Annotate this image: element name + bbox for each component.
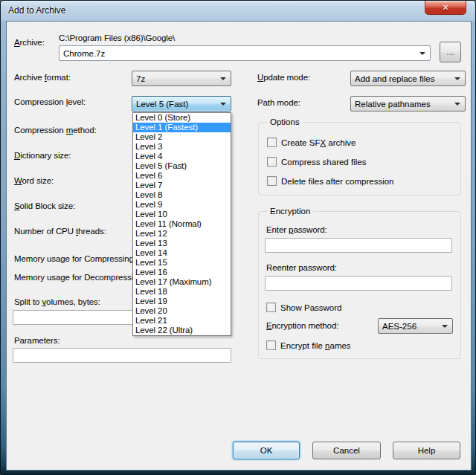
list-item[interactable]: Level 1 (Fastest) xyxy=(133,123,231,132)
archive-format-value: 7z xyxy=(136,74,145,83)
path-mode-value: Relative pathnames xyxy=(355,100,431,109)
add-to-archive-dialog: Add to Archive ✕ Archive: C:\Program Fil… xyxy=(0,0,476,475)
window-title: Add to Archive xyxy=(8,5,65,16)
list-item[interactable]: Level 20 xyxy=(133,306,231,316)
encryption-method-value: AES-256 xyxy=(382,322,416,331)
create-sfx-label: Create SFX archive xyxy=(281,138,356,147)
parameters-label: Parameters: xyxy=(14,336,60,345)
help-button[interactable]: Help xyxy=(393,442,460,459)
update-mode-value: Add and replace files xyxy=(355,74,434,83)
list-item[interactable]: Level 19 xyxy=(133,297,231,306)
encrypt-names-row[interactable]: Encrypt file names xyxy=(266,340,351,350)
ellipsis-icon: … xyxy=(446,48,454,56)
chevron-down-icon xyxy=(442,325,448,328)
memory-compress-label: Memory usage for Compressing: xyxy=(14,254,136,263)
list-item[interactable]: Level 17 (Maximum) xyxy=(133,277,231,287)
update-mode-combobox[interactable]: Add and replace files xyxy=(350,71,466,86)
close-icon: ✕ xyxy=(442,4,448,12)
compress-shared-label: Compress shared files xyxy=(281,158,366,167)
list-item[interactable]: Level 12 xyxy=(133,229,231,239)
list-item[interactable]: Level 6 xyxy=(133,171,231,181)
list-item[interactable]: Level 14 xyxy=(133,248,231,258)
archive-name-combobox[interactable]: Chrome.7z xyxy=(59,45,431,61)
cpu-threads-label: Number of CPU threads: xyxy=(14,227,106,236)
path-mode-combobox[interactable]: Relative pathnames xyxy=(350,96,466,112)
cancel-button[interactable]: Cancel xyxy=(312,442,381,459)
create-sfx-row[interactable]: Create SFX archive xyxy=(267,138,356,147)
chevron-down-icon xyxy=(220,103,226,106)
encrypt-names-label: Encrypt file names xyxy=(280,341,351,350)
chevron-down-icon xyxy=(454,77,460,80)
delete-after-checkbox[interactable] xyxy=(267,176,277,186)
chevron-down-icon xyxy=(220,77,226,80)
close-button[interactable]: ✕ xyxy=(425,1,466,15)
archive-label: Archive: xyxy=(14,38,45,47)
path-mode-label: Path mode: xyxy=(257,98,300,107)
list-item[interactable]: Level 5 (Fast) xyxy=(133,161,231,171)
show-password-label: Show Password xyxy=(280,303,341,312)
list-item[interactable]: Level 15 xyxy=(133,258,231,268)
options-group-title: Options xyxy=(267,117,303,126)
list-item[interactable]: Level 16 xyxy=(133,268,231,277)
enter-password-input[interactable] xyxy=(265,238,452,253)
list-item[interactable]: Level 8 xyxy=(133,190,231,200)
ok-button[interactable]: OK xyxy=(233,442,300,459)
show-password-row[interactable]: Show Password xyxy=(266,303,341,312)
encryption-method-label: Encryption method: xyxy=(266,321,338,330)
encryption-group-title: Encryption xyxy=(267,207,313,216)
list-item[interactable]: Level 4 xyxy=(133,152,231,161)
archive-format-label: Archive format: xyxy=(14,73,71,82)
delete-after-row[interactable]: Delete files after compression xyxy=(267,176,393,186)
compress-shared-row[interactable]: Compress shared files xyxy=(267,157,366,167)
compression-method-label: Compression method: xyxy=(14,126,97,135)
reenter-password-input[interactable] xyxy=(265,276,452,291)
reenter-password-label: Reenter password: xyxy=(266,263,337,272)
archive-name-value: Chrome.7z xyxy=(63,49,105,58)
chevron-down-icon xyxy=(454,103,460,106)
compression-level-list[interactable]: Level 0 (Store)Level 1 (Fastest)Level 2L… xyxy=(132,112,231,336)
archive-format-combobox[interactable]: 7z xyxy=(132,71,231,86)
create-sfx-checkbox[interactable] xyxy=(267,138,277,147)
list-item[interactable]: Level 7 xyxy=(133,181,231,190)
list-item[interactable]: Level 13 xyxy=(133,239,231,248)
split-volumes-label: Split to volumes, bytes: xyxy=(14,297,100,306)
compression-level-combobox[interactable]: Level 5 (Fast) xyxy=(132,96,231,112)
list-item[interactable]: Level 18 xyxy=(133,287,231,297)
list-item[interactable]: Level 2 xyxy=(133,132,231,142)
compression-level-label: Compression level: xyxy=(14,97,86,106)
parameters-input[interactable] xyxy=(13,348,231,363)
compress-shared-checkbox[interactable] xyxy=(267,157,277,167)
archive-directory-text: C:\Program Files (x86)\Google\ xyxy=(59,33,175,42)
chevron-down-icon[interactable] xyxy=(419,52,425,55)
solid-block-size-label: Solid Block size: xyxy=(14,201,75,210)
show-password-checkbox[interactable] xyxy=(266,303,276,312)
list-item[interactable]: Level 0 (Store) xyxy=(133,113,231,123)
list-item[interactable]: Level 9 xyxy=(133,200,231,210)
enter-password-label: Enter password: xyxy=(266,225,327,234)
encryption-method-combobox[interactable]: AES-256 xyxy=(378,318,453,334)
dictionary-size-label: Dictionary size: xyxy=(14,151,71,160)
list-item[interactable]: Level 22 (Ultra) xyxy=(133,326,231,335)
list-item[interactable]: Level 11 (Normal) xyxy=(133,219,231,229)
word-size-label: Word size: xyxy=(14,176,54,185)
list-item[interactable]: Level 10 xyxy=(133,210,231,219)
encrypt-names-checkbox[interactable] xyxy=(266,340,276,350)
dialog-body: Archive: C:\Program Files (x86)\Google\ … xyxy=(7,22,471,470)
delete-after-label: Delete files after compression xyxy=(281,177,393,186)
memory-decompress-label: Memory usage for Decompressing xyxy=(14,273,143,282)
list-item[interactable]: Level 3 xyxy=(133,142,231,152)
browse-button[interactable]: … xyxy=(440,42,461,62)
compression-level-value: Level 5 (Fast) xyxy=(136,100,188,109)
list-item[interactable]: Level 21 xyxy=(133,316,231,326)
update-mode-label: Update mode: xyxy=(257,73,310,82)
